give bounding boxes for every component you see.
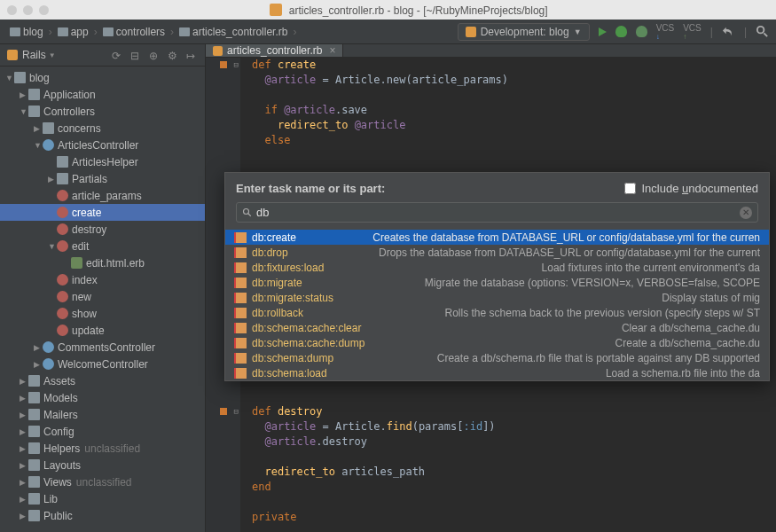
breadcrumb-item[interactable]: blog	[7, 26, 46, 38]
titlebar: articles_controller.rb - blog - [~/RubyM…	[0, 0, 776, 20]
tree-node[interactable]: ▶Mailers	[0, 406, 205, 423]
rails-icon	[466, 27, 476, 37]
tree-node[interactable]: edit.html.erb	[0, 254, 205, 271]
task-search-input[interactable]	[256, 206, 740, 219]
tree-node[interactable]: ▶Config	[0, 423, 205, 440]
task-item[interactable]: db:migrate:statusDisplay status of mig	[225, 290, 769, 305]
run-configuration-dropdown[interactable]: Development: blog ▼	[458, 23, 590, 41]
task-item[interactable]: db:fixtures:loadLoad fixtures into the c…	[225, 260, 769, 275]
tree-node[interactable]: ▶Application	[0, 86, 205, 103]
window-title: articles_controller.rb - blog - [~/RubyM…	[49, 4, 769, 17]
debug-button[interactable]	[615, 26, 627, 37]
window-controls[interactable]	[7, 5, 49, 15]
rake-task-icon	[234, 232, 247, 243]
svg-line-3	[248, 213, 251, 215]
sidebar-title: Rails	[22, 49, 46, 61]
project-tree[interactable]: ▼blog▶Application▼Controllers▶concerns▼A…	[0, 66, 205, 532]
rake-task-icon	[234, 368, 247, 379]
task-item[interactable]: db:schema:loadLoad a schema.rb file into…	[225, 365, 769, 380]
close-tab-icon[interactable]: ×	[329, 44, 335, 57]
rake-task-icon	[234, 262, 247, 273]
tree-node[interactable]: ▶Layouts	[0, 457, 205, 473]
run-config-label: Development: blog	[481, 26, 569, 38]
refresh-icon[interactable]: ⟳	[112, 50, 123, 61]
tree-node[interactable]: ▶Models	[0, 389, 205, 406]
tree-node[interactable]: ▶Viewsunclassified	[0, 473, 205, 490]
task-item[interactable]: db:createCreates the database from DATAB…	[225, 230, 769, 245]
chevron-down-icon[interactable]: ▼	[49, 51, 56, 59]
tree-node[interactable]: ▶Assets	[0, 372, 205, 389]
run-button[interactable]	[599, 27, 607, 36]
ruby-file-icon	[213, 46, 223, 56]
minimize-icon[interactable]	[23, 5, 33, 15]
rake-task-icon	[234, 323, 247, 333]
task-search-field[interactable]: ✕	[236, 202, 758, 223]
tree-node[interactable]: destroy	[0, 221, 205, 238]
breadcrumb-item[interactable]: articles_controller.rb	[176, 26, 290, 38]
task-item[interactable]: db:rollbackRolls the schema back to the …	[225, 305, 769, 320]
tree-node[interactable]: ▼blog	[0, 69, 205, 86]
breadcrumb-item[interactable]: app	[55, 26, 91, 38]
rake-task-icon	[234, 278, 247, 288]
ruby-file-icon	[270, 4, 282, 16]
vcs-update-button[interactable]: VCS↓	[656, 23, 675, 41]
tree-node[interactable]: show	[0, 305, 205, 322]
rake-task-icon	[234, 293, 247, 303]
tree-node[interactable]: ▶CommentsController	[0, 339, 205, 356]
tree-node[interactable]: ▶Partials	[0, 170, 205, 187]
rails-icon	[7, 50, 18, 60]
zoom-icon[interactable]	[39, 5, 49, 15]
tree-node[interactable]: ▶Public	[0, 507, 205, 524]
tree-node[interactable]: ▼edit	[0, 238, 205, 254]
tree-node[interactable]: article_params	[0, 187, 205, 204]
target-icon[interactable]: ⊕	[149, 50, 161, 61]
rake-task-icon	[234, 353, 247, 364]
sidebar-header: Rails ▼ ⟳ ⊟ ⊕ ⚙ ↦	[0, 44, 205, 66]
hide-icon[interactable]: ↦	[186, 50, 198, 61]
vcs-commit-button[interactable]: VCS↑	[683, 23, 702, 41]
editor-tab[interactable]: articles_controller.rb ×	[206, 44, 343, 57]
rake-task-icon	[234, 338, 247, 348]
include-undocumented-checkbox[interactable]: Include undocumented	[624, 182, 758, 195]
tree-node[interactable]: index	[0, 271, 205, 288]
task-item[interactable]: db:dropDrops the database from DATABASE_…	[225, 245, 769, 260]
rake-task-icon	[234, 308, 247, 318]
task-list[interactable]: db:createCreates the database from DATAB…	[225, 230, 769, 380]
undo-button[interactable]	[722, 25, 735, 38]
run-task-popup: Enter task name or its part: Include und…	[224, 172, 770, 381]
tree-node[interactable]: ▶concerns	[0, 120, 205, 137]
tree-node[interactable]: new	[0, 288, 205, 305]
rake-task-icon	[234, 247, 247, 258]
gear-icon[interactable]: ⚙	[168, 50, 179, 61]
svg-line-1	[764, 33, 767, 36]
close-icon[interactable]	[7, 5, 17, 15]
tree-node[interactable]: ▼ArticlesController	[0, 137, 205, 153]
tree-node[interactable]: ArticlesHelper	[0, 153, 205, 170]
tab-label: articles_controller.rb	[227, 44, 322, 57]
tree-node[interactable]: ▶Lib	[0, 490, 205, 507]
task-item[interactable]: db:schema:dumpCreate a db/schema.rb file…	[225, 350, 769, 365]
task-item[interactable]: db:schema:cache:dumpCreate a db/schema_c…	[225, 335, 769, 350]
task-item[interactable]: db:migrateMigrate the database (options:…	[225, 275, 769, 290]
tree-node[interactable]: update	[0, 322, 205, 339]
coverage-button[interactable]	[636, 26, 647, 37]
popup-label: Enter task name or its part:	[236, 182, 385, 195]
search-icon	[242, 207, 253, 218]
breadcrumb-item[interactable]: controllers	[100, 26, 168, 38]
project-sidebar: Rails ▼ ⟳ ⊟ ⊕ ⚙ ↦ ▼blog▶Application▼Cont…	[0, 44, 206, 532]
tree-node[interactable]: ▶Helpersunclassified	[0, 440, 205, 457]
collapse-icon[interactable]: ⊟	[130, 50, 142, 61]
editor-tabs: articles_controller.rb ×	[206, 44, 776, 58]
tree-node[interactable]: create	[0, 204, 205, 221]
svg-point-2	[244, 208, 249, 214]
breadcrumb[interactable]: blog›app›controllers›articles_controller…	[7, 26, 299, 38]
chevron-down-icon: ▼	[574, 27, 582, 36]
clear-icon[interactable]: ✕	[740, 207, 752, 219]
tree-node[interactable]: ▼Controllers	[0, 103, 205, 120]
navigation-bar: blog›app›controllers›articles_controller…	[0, 20, 776, 44]
tree-node[interactable]: ▶WelcomeController	[0, 356, 205, 372]
search-button[interactable]	[756, 25, 769, 38]
svg-point-0	[757, 27, 764, 34]
task-item[interactable]: db:schema:cache:clearClear a db/schema_c…	[225, 320, 769, 335]
checkbox-label: Include undocumented	[641, 182, 758, 195]
